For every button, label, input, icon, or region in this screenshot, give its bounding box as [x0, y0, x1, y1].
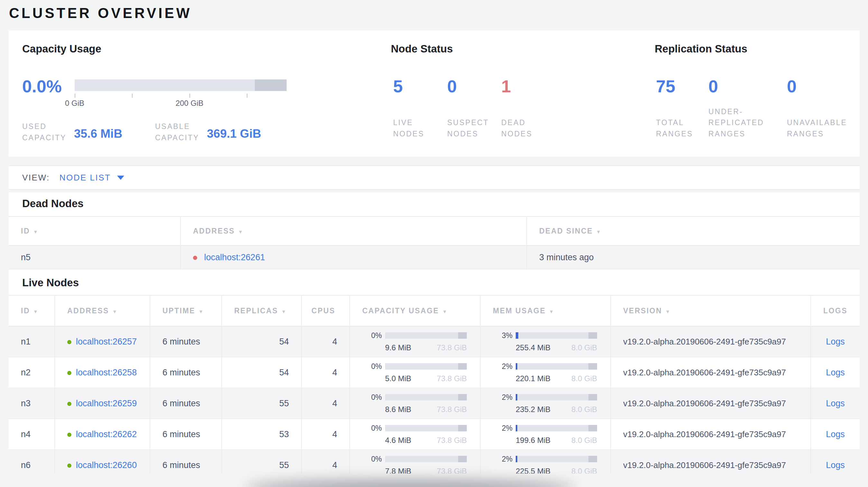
sort-desc-icon: ▼	[198, 309, 203, 314]
node-address-link[interactable]: localhost:26260	[76, 460, 137, 470]
view-selected-value: NODE LIST	[60, 173, 111, 183]
view-selector-dropdown[interactable]: NODE LIST	[60, 173, 125, 183]
live-status-icon	[67, 371, 71, 375]
usable-capacity-label: USABLE CAPACITY	[155, 121, 211, 143]
logs-cell: Logs	[811, 326, 860, 357]
nodes-tables-card: Dead Nodes ID▼ ADDRESS▼ DEAD SINCE▼ n5 l…	[9, 192, 860, 474]
mem-bar	[516, 456, 597, 462]
node-address-cell: localhost:26259	[55, 388, 150, 419]
node-address-cell: localhost:26261	[181, 246, 527, 269]
column-header-dead-since[interactable]: DEAD SINCE▼	[527, 217, 860, 246]
sort-desc-icon: ▼	[281, 309, 286, 314]
mem-used-value: 199.6 MiB	[516, 436, 551, 445]
unavailable-ranges-stat: 0 UNAVAILABLE RANGES	[787, 77, 835, 139]
node-address-link[interactable]: localhost:26261	[204, 253, 265, 262]
sort-desc-icon: ▼	[442, 309, 447, 314]
mem-bar	[516, 363, 597, 369]
logs-link[interactable]: Logs	[826, 429, 845, 439]
logs-link[interactable]: Logs	[826, 368, 845, 377]
gauge-tick	[132, 94, 132, 98]
suspect-nodes-stat: 0 SUSPECT NODES	[447, 77, 495, 139]
live-status-icon	[67, 340, 71, 344]
live-status-icon	[67, 433, 71, 437]
version-cell: v19.2.0-alpha.20190606-2491-gfe735c9a97	[611, 450, 811, 474]
column-header-id[interactable]: ID▼	[9, 217, 181, 246]
live-node-row: n3 localhost:26259 6 minutes 55 4 0% 8.6…	[9, 388, 860, 419]
dead-nodes-table: ID▼ ADDRESS▼ DEAD SINCE▼ n5 localhost:26…	[9, 216, 860, 269]
view-bar: VIEW: NODE LIST	[9, 165, 860, 190]
node-address-link[interactable]: localhost:26262	[76, 429, 137, 439]
total-ranges-count: 75	[656, 77, 704, 95]
version-cell: v19.2.0-alpha.20190606-2491-gfe735c9a97	[611, 326, 811, 357]
column-header-uptime[interactable]: UPTIME▼	[150, 295, 222, 326]
capacity-bar	[385, 363, 467, 369]
capacity-used-value: 5.0 MiB	[385, 374, 411, 383]
node-address-cell: localhost:26257	[55, 326, 150, 357]
mem-total-value: 8.0 GiB	[571, 436, 597, 445]
mem-used-value: 220.1 MiB	[516, 374, 551, 383]
logs-link[interactable]: Logs	[826, 398, 845, 408]
node-address-link[interactable]: localhost:26258	[76, 368, 137, 377]
column-header-capacity-usage[interactable]: CAPACITY USAGE▼	[350, 295, 480, 326]
dead-status-icon	[193, 256, 197, 260]
version-cell: v19.2.0-alpha.20190606-2491-gfe735c9a97	[611, 388, 811, 419]
uptime-cell: 6 minutes	[150, 388, 222, 419]
live-nodes-count: 5	[393, 77, 441, 95]
uptime-cell: 6 minutes	[150, 450, 222, 474]
uptime-cell: 6 minutes	[150, 419, 222, 450]
gauge-tick	[75, 94, 75, 98]
cpus-cell: 4	[302, 419, 350, 450]
capacity-total-value: 73.8 GiB	[437, 467, 467, 474]
capacity-percent-label: 0%	[363, 393, 382, 402]
sort-desc-icon: ▼	[238, 229, 243, 234]
mem-usage-cell: 2% 225.5 MiB8.0 GiB	[480, 450, 611, 474]
node-status-title: Node Status	[391, 43, 453, 55]
cpus-cell: 4	[302, 450, 350, 474]
mem-total-value: 8.0 GiB	[571, 374, 597, 383]
mem-total-value: 8.0 GiB	[571, 343, 597, 352]
live-node-row: n6 localhost:26260 6 minutes 55 4 0% 7.8…	[9, 450, 860, 474]
mem-used-value: 225.5 MiB	[516, 467, 551, 474]
capacity-total-value: 73.8 GiB	[437, 343, 467, 352]
capacity-usage-cell: 0% 4.6 MiB73.8 GiB	[350, 419, 480, 450]
column-header-id[interactable]: ID▼	[9, 295, 55, 326]
gauge-tick-label: 0 GiB	[49, 99, 100, 108]
capacity-gauge-bar	[75, 79, 287, 91]
total-ranges-stat: 75 TOTAL RANGES	[656, 77, 704, 139]
uptime-cell: 6 minutes	[150, 326, 222, 357]
capacity-used-value: 8.6 MiB	[385, 405, 411, 414]
live-node-row: n1 localhost:26257 6 minutes 54 4 0% 9.6…	[9, 326, 860, 357]
sort-desc-icon: ▼	[33, 309, 38, 314]
mem-percent-label: 3%	[493, 331, 513, 340]
capacity-used-value: 7.8 MiB	[385, 467, 411, 474]
live-status-icon	[67, 463, 71, 468]
capacity-usage-cell: 0% 9.6 MiB73.8 GiB	[350, 326, 480, 357]
version-cell: v19.2.0-alpha.20190606-2491-gfe735c9a97	[611, 419, 811, 450]
capacity-percent-label: 0%	[363, 362, 382, 371]
uptime-cell: 6 minutes	[150, 357, 222, 388]
under-replicated-ranges-stat: 0 UNDER-REPLICATED RANGES	[708, 77, 757, 139]
sort-desc-icon: ▼	[33, 229, 38, 234]
capacity-usage-cell: 0% 7.8 MiB73.8 GiB	[350, 450, 480, 474]
capacity-usage-title: Capacity Usage	[22, 43, 101, 55]
dead-nodes-header-row: ID▼ ADDRESS▼ DEAD SINCE▼	[9, 217, 860, 246]
mem-total-value: 8.0 GiB	[571, 405, 597, 414]
mem-used-value: 235.2 MiB	[516, 405, 551, 414]
node-address-cell: localhost:26260	[55, 450, 150, 474]
node-address-link[interactable]: localhost:26259	[76, 398, 137, 408]
replication-status-title: Replication Status	[655, 43, 747, 55]
view-label: VIEW:	[22, 173, 50, 183]
capacity-usage-cell: 0% 8.6 MiB73.8 GiB	[350, 388, 480, 419]
logs-link[interactable]: Logs	[826, 460, 845, 470]
mem-total-value: 8.0 GiB	[571, 467, 597, 474]
mem-percent-label: 2%	[493, 424, 513, 433]
column-header-address[interactable]: ADDRESS▼	[55, 295, 150, 326]
column-header-mem-usage[interactable]: MEM USAGE▼	[480, 295, 611, 326]
column-header-version[interactable]: VERSION▼	[611, 295, 811, 326]
column-header-address[interactable]: ADDRESS▼	[181, 217, 527, 246]
capacity-bar	[385, 425, 467, 431]
overview-card: Capacity Usage 0.0% 0 GiB 200 GiB USED C…	[9, 31, 860, 157]
logs-link[interactable]: Logs	[826, 337, 845, 347]
column-header-replicas[interactable]: REPLICAS▼	[222, 295, 302, 326]
node-address-link[interactable]: localhost:26257	[76, 337, 137, 347]
